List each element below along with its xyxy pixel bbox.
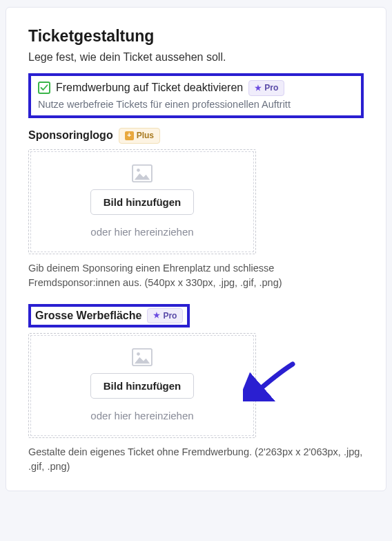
pro-badge-adspace-label: Pro bbox=[163, 310, 177, 322]
check-icon bbox=[40, 84, 48, 92]
page-title: Ticketgestaltung bbox=[28, 27, 364, 46]
adspace-label: Grosse Werbefläche bbox=[35, 310, 141, 322]
adspace-help: Gestalte dein eigenes Ticket ohne Fremdw… bbox=[28, 445, 364, 474]
page-subtitle: Lege fest, wie dein Ticket aussehen soll… bbox=[28, 51, 364, 64]
ticket-design-card: Ticketgestaltung Lege fest, wie dein Tic… bbox=[6, 7, 386, 491]
adspace-drop-hint: oder hier hereinziehen bbox=[39, 410, 245, 421]
disable-ads-desc: Nutze werbefreie Tickets für einen profe… bbox=[38, 99, 354, 110]
svg-point-3 bbox=[137, 352, 140, 356]
plus-badge: + Plus bbox=[119, 128, 160, 144]
disable-ads-checkbox[interactable] bbox=[38, 82, 50, 94]
svg-point-1 bbox=[137, 169, 140, 172]
sponsoring-add-image-button[interactable]: Bild hinzufügen bbox=[90, 189, 194, 215]
pro-badge: ★ Pro bbox=[248, 80, 284, 96]
sponsoring-drop-hint: oder hier hereinziehen bbox=[39, 226, 245, 238]
sponsoring-label: Sponsoringlogo bbox=[28, 129, 113, 142]
image-placeholder-icon bbox=[132, 348, 153, 366]
annotation-highlight-adspace: Grosse Werbefläche ★ Pro bbox=[28, 304, 190, 328]
annotation-highlight-option: Fremdwerbung auf Ticket deaktivieren ★ P… bbox=[28, 73, 364, 118]
plus-icon: + bbox=[125, 131, 134, 140]
disable-ads-label: Fremdwerbung auf Ticket deaktivieren bbox=[56, 82, 243, 94]
sponsoring-dropzone[interactable]: Bild hinzufügen oder hier hereinziehen bbox=[28, 149, 256, 254]
pro-badge-adspace: ★ Pro bbox=[147, 308, 183, 324]
adspace-dropzone[interactable]: Bild hinzufügen oder hier hereinziehen bbox=[28, 333, 256, 438]
plus-badge-label: Plus bbox=[137, 130, 154, 142]
image-placeholder-icon bbox=[132, 164, 153, 182]
sponsoring-help: Gib deinem Sponsoring einen Ehrenplatz u… bbox=[28, 261, 346, 290]
pro-badge-label: Pro bbox=[264, 82, 278, 94]
sponsoring-header: Sponsoringlogo + Plus bbox=[28, 128, 364, 144]
adspace-add-image-button[interactable]: Bild hinzufügen bbox=[90, 373, 194, 399]
star-icon: ★ bbox=[255, 83, 262, 93]
star-icon: ★ bbox=[153, 310, 160, 321]
